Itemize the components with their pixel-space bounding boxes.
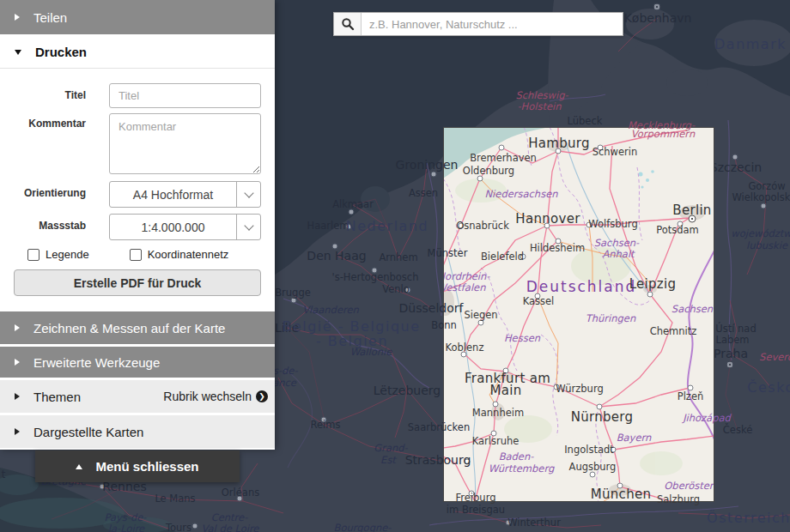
chevron-right-icon — [15, 14, 20, 21]
map-label: Hessen — [504, 334, 540, 344]
map-label: Alkmaar — [332, 200, 374, 210]
orientierung-label: Orientierung — [0, 181, 86, 208]
map-label: Česko — [747, 381, 790, 395]
map-label: Tours — [166, 523, 191, 532]
section-label-erweiterte: Erweiterte Werkzeuge — [33, 355, 160, 370]
map-label: Westfalen — [443, 283, 485, 293]
map-label: Siegen — [464, 311, 497, 321]
create-pdf-button[interactable]: Erstelle PDF für Druck — [14, 269, 261, 296]
map-label: Gorzów — [748, 182, 785, 192]
search-bar — [333, 12, 623, 36]
map-label: Bielefeld — [481, 252, 524, 263]
map-label: Hamburg — [528, 137, 590, 150]
section-header-drucken[interactable]: Drucken — [0, 36, 275, 69]
map-label: Österreich — [707, 511, 790, 525]
rubrik-wechseln-link[interactable]: Rubrik wechseln ❯ — [163, 390, 268, 403]
map-label: České — [723, 426, 752, 436]
kommentar-label: Kommentar — [0, 113, 86, 174]
section-header-themen[interactable]: Themen Rubrik wechseln ❯ — [0, 380, 275, 413]
map-label: Bourgogne- — [334, 523, 392, 532]
map-label: Leipzig — [629, 278, 677, 291]
city-marker — [192, 523, 198, 529]
print-extent-preview[interactable]: VorpommernHamburgBremerhavenOldenburgSch… — [443, 127, 714, 502]
chevron-down-icon — [236, 182, 260, 207]
map-label: Danmark — [714, 38, 787, 51]
search-icon[interactable] — [334, 13, 362, 35]
map-label: Winterthur — [507, 518, 561, 529]
chevron-right-icon — [15, 428, 20, 435]
map-label: Venlo — [382, 285, 410, 295]
orientierung-value: A4 Hochformat — [110, 188, 236, 202]
map-label: Reims — [311, 420, 341, 431]
map-label: München — [591, 488, 652, 501]
menu-schliessen-button[interactable]: Menü schliessen — [35, 450, 240, 482]
massstab-select[interactable]: 1:4.000.000 — [109, 214, 261, 240]
massstab-label: Massstab — [0, 214, 86, 240]
map-label: Est — [380, 456, 396, 466]
map-label: Sachsen — [672, 305, 713, 315]
map-label: ance — [272, 378, 296, 389]
search-input[interactable] — [362, 13, 623, 35]
map-label: Den Haag — [307, 250, 366, 262]
chevron-right-icon — [15, 393, 20, 400]
map-label: Koblenz — [446, 343, 484, 354]
map-label: la-Loire — [108, 524, 144, 532]
city-marker — [431, 172, 437, 178]
map-label: -Holstein — [517, 102, 561, 112]
legende-label: Legende — [46, 248, 89, 261]
map-label: Berlin — [672, 204, 711, 217]
city-marker — [469, 491, 475, 497]
section-header-erweiterte[interactable]: Erweiterte Werkzeuge — [0, 347, 275, 378]
kommentar-textarea[interactable] — [109, 113, 261, 174]
map-label: Vlaanderen — [302, 305, 359, 316]
map-label: 's-Hertogenbosch — [332, 273, 419, 283]
section-label-drucken: Drucken — [35, 45, 87, 59]
map-label: België - Belgique — [282, 320, 420, 334]
map-label: Mannheim — [472, 408, 524, 419]
city-marker — [732, 154, 738, 160]
koordinatennetz-checkbox[interactable] — [130, 249, 142, 261]
map-label: Orléans — [222, 488, 259, 499]
section-header-dargestellte[interactable]: Dargestellte Karten — [0, 415, 275, 448]
section-header-teilen[interactable]: Teilen — [0, 0, 275, 34]
orientierung-select[interactable]: A4 Hochformat — [109, 181, 261, 208]
map-label: Szczecin — [710, 161, 762, 173]
map-label: Wielkopolski — [732, 193, 790, 203]
map-label: Grand- — [374, 444, 407, 454]
city-marker — [499, 145, 505, 151]
print-form: Titel Kommentar Orientierung A4 Hochform… — [0, 69, 275, 311]
menu-schliessen-label: Menü schliessen — [95, 459, 198, 474]
legende-checkbox-group[interactable]: Legende — [27, 248, 89, 261]
map-label: im Breisgau — [447, 505, 505, 516]
map-label: Hildesheim — [530, 244, 585, 254]
map-label: Haarlem — [307, 221, 349, 232]
map-label: Arnhem — [379, 253, 417, 263]
map-label: Württemberg — [489, 464, 554, 475]
map-label: Würzburg — [556, 384, 603, 395]
map-label: Oberösterreich — [664, 481, 714, 492]
map-label: Anhalt — [602, 250, 634, 260]
map-label: København — [624, 12, 692, 24]
map-label: Brugge — [275, 288, 311, 299]
map-label: Plzeň — [678, 392, 704, 402]
city-marker — [465, 459, 471, 465]
map-label: Nederland — [346, 220, 428, 233]
map-label: Pays-de- — [105, 513, 147, 523]
map-label: Niedersachsen — [485, 190, 558, 200]
print-menu-sidebar: Teilen Drucken Titel Kommentar Orientier… — [0, 0, 275, 450]
section-label-themen: Themen — [33, 390, 81, 404]
map-label: Bayern — [617, 433, 652, 444]
map-label: Schwerin — [592, 148, 638, 158]
chevron-right-icon — [15, 324, 20, 331]
koordinatennetz-checkbox-group[interactable]: Koordinatennetz — [130, 248, 229, 261]
map-label: Ingolstadt — [564, 445, 614, 456]
map-label: lubuskie — [746, 241, 787, 251]
map-label: Nürnberg — [571, 411, 634, 424]
section-header-zeichnen[interactable]: Zeichnen & Messen auf der Karte — [0, 311, 275, 344]
legende-checkbox[interactable] — [27, 249, 40, 261]
map-label: Nordrhein- — [443, 272, 490, 282]
titel-input[interactable] — [109, 83, 261, 108]
map-label: Baden- — [499, 452, 534, 462]
map-label: Assen — [409, 189, 438, 199]
map-label: Val de Loire — [202, 524, 259, 532]
